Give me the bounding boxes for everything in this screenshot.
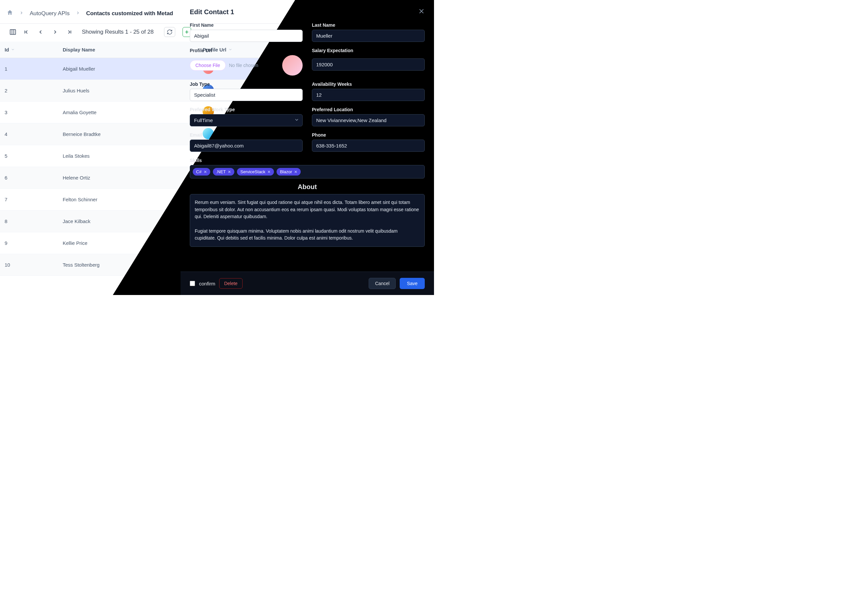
label-phone: Phone: [312, 132, 425, 137]
cell-display-name: Amalia Goyette: [58, 102, 198, 123]
remove-chip-icon[interactable]: ✕: [267, 170, 271, 174]
no-file-text: No file chosen: [229, 63, 258, 68]
chevron-down-icon: [294, 117, 299, 124]
field-phone: Phone: [312, 132, 425, 152]
field-profile-url: Profile Url Choose File No file chosen: [190, 48, 303, 75]
cell-id: 8: [0, 211, 58, 232]
label-skills: Skills: [190, 158, 425, 163]
field-first-name: First Name: [190, 22, 303, 42]
svg-rect-0: [10, 30, 16, 35]
label-email: Email: [190, 132, 303, 137]
panel-title: Edit Contact 1: [190, 8, 234, 16]
cell-display-name: Julius Huels: [58, 80, 198, 102]
phone-input[interactable]: [312, 140, 425, 152]
email-input[interactable]: [190, 140, 303, 152]
remove-chip-icon[interactable]: ✕: [204, 170, 207, 174]
cell-id: 9: [0, 232, 58, 254]
confirm-checkbox[interactable]: [190, 281, 195, 286]
cell-display-name: Tess Stoltenberg: [58, 254, 198, 276]
skill-chip[interactable]: Blazor ✕: [276, 168, 301, 176]
chevron-right-icon: [19, 10, 24, 17]
skill-chip[interactable]: C# ✕: [193, 168, 210, 176]
home-icon[interactable]: [7, 9, 13, 18]
cell-id: 5: [0, 145, 58, 167]
cell-id: 7: [0, 189, 58, 211]
remove-chip-icon[interactable]: ✕: [294, 170, 297, 174]
label-profile-url: Profile Url: [190, 48, 303, 53]
cancel-button[interactable]: Cancel: [369, 278, 396, 289]
columns-icon[interactable]: [9, 28, 17, 36]
label-location: Preferred Location: [312, 107, 425, 112]
confirm-label: confirm: [199, 281, 215, 286]
cell-display-name: Kellie Price: [58, 232, 198, 254]
close-icon[interactable]: [418, 8, 425, 16]
field-salary: Salary Expectation: [312, 48, 425, 75]
page-prev-icon[interactable]: [36, 28, 45, 36]
cell-id: 4: [0, 123, 58, 145]
about-heading: About: [190, 183, 425, 191]
field-availability: Availability Weeks: [312, 81, 425, 101]
col-display-name[interactable]: Display Name: [58, 41, 198, 58]
breadcrumb-root[interactable]: AutoQuery APIs: [30, 10, 69, 17]
about-textarea[interactable]: Rerum eum veniam. Sint fugiat qui quod r…: [190, 194, 425, 247]
cell-display-name: Jace Kilback: [58, 211, 198, 232]
panel-footer: confirm Delete Cancel Save: [180, 271, 434, 295]
cell-id: 2: [0, 80, 58, 102]
skill-chip[interactable]: ServiceStack ✕: [237, 168, 274, 176]
label-salary: Salary Expectation: [312, 48, 425, 53]
avatar: [282, 55, 303, 75]
col-id[interactable]: Id: [0, 41, 58, 58]
breadcrumb-current: Contacts customized with Metad: [86, 10, 173, 17]
field-last-name: Last Name: [312, 22, 425, 42]
results-text: Showing Results 1 - 25 of 28: [82, 29, 154, 35]
field-work-type: Preferred Work Type FullTime: [190, 107, 303, 126]
cell-display-name: Berneice Bradtke: [58, 123, 198, 145]
cell-id: 3: [0, 102, 58, 123]
label-job-type: Job Type: [190, 81, 303, 87]
cell-id: 1: [0, 58, 58, 80]
chevron-down-icon: [11, 47, 15, 52]
last-name-input[interactable]: [312, 30, 425, 42]
pager: [22, 28, 74, 36]
location-input[interactable]: [312, 114, 425, 126]
remove-chip-icon[interactable]: ✕: [228, 170, 231, 174]
refresh-button[interactable]: [164, 27, 175, 37]
delete-button[interactable]: Delete: [219, 278, 242, 289]
field-email: Email: [190, 132, 303, 152]
field-skills: Skills C# ✕.NET ✕ServiceStack ✕Blazor ✕: [190, 158, 425, 178]
save-button[interactable]: Save: [400, 278, 425, 289]
label-first-name: First Name: [190, 22, 303, 28]
chevron-right-icon: [75, 10, 80, 17]
field-location: Preferred Location: [312, 107, 425, 126]
edit-panel: Edit Contact 1 First Name Last Name: [180, 0, 434, 295]
cell-display-name: Felton Schinner: [58, 189, 198, 211]
job-type-input[interactable]: [190, 89, 303, 101]
cell-display-name: Helene Ortiz: [58, 167, 198, 189]
page-first-icon[interactable]: [22, 28, 30, 36]
cell-display-name: Abigail Mueller: [58, 58, 198, 80]
page-next-icon[interactable]: [51, 28, 59, 36]
label-availability: Availability Weeks: [312, 81, 425, 87]
availability-input[interactable]: [312, 89, 425, 101]
first-name-input[interactable]: [190, 30, 303, 42]
cell-display-name: Leila Stokes: [58, 145, 198, 167]
skill-chip[interactable]: .NET ✕: [213, 168, 235, 176]
label-last-name: Last Name: [312, 22, 425, 28]
label-work-type: Preferred Work Type: [190, 107, 303, 112]
work-type-select[interactable]: FullTime: [190, 114, 303, 126]
skills-chips[interactable]: C# ✕.NET ✕ServiceStack ✕Blazor ✕: [190, 165, 425, 178]
choose-file-button[interactable]: Choose File: [190, 60, 226, 71]
cell-id: 6: [0, 167, 58, 189]
salary-input[interactable]: [312, 58, 425, 71]
page-last-icon[interactable]: [65, 28, 74, 36]
cell-id: 10: [0, 254, 58, 276]
field-job-type: Job Type: [190, 81, 303, 101]
